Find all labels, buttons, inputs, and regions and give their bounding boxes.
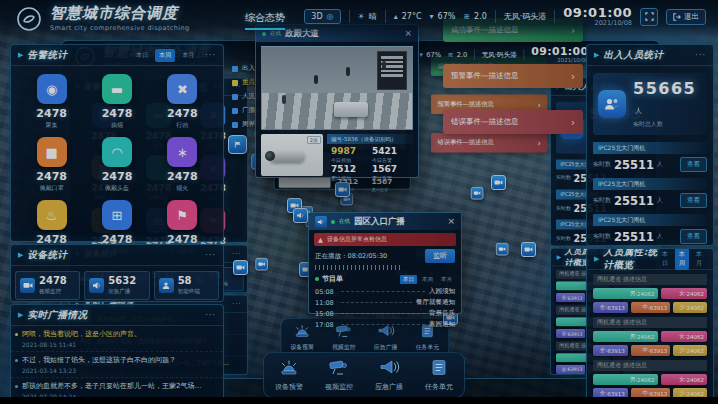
alarm-stat[interactable]: ◉ 2478 聚集: [19, 74, 84, 130]
bar-all[interactable]: 全: 63913: [593, 302, 628, 313]
bar-female[interactable]: 女: 24062: [661, 331, 707, 342]
camera-marker[interactable]: [491, 175, 506, 190]
alarm-stat[interactable]: ▬ 2478 抽烟: [84, 74, 149, 130]
more-menu[interactable]: ···: [205, 251, 216, 260]
tool-device-warning[interactable]: 设备预警: [290, 323, 313, 351]
alarm-stat[interactable]: ✖ 2478 行凶: [150, 74, 215, 130]
bar-young[interactable]: 少: 24062: [673, 345, 707, 356]
device-stat-video[interactable]: 2478视频监控: [15, 271, 80, 300]
view-button[interactable]: 查看: [680, 157, 707, 172]
tool-emergency-broadcast[interactable]: 应急广播: [375, 358, 403, 392]
more-menu[interactable]: ···: [205, 51, 216, 60]
zoom-badge[interactable]: 2倍: [307, 136, 321, 144]
cctv-icon: [327, 358, 351, 377]
broadcast-item[interactable]: 阿喂，我当着说吧，这是小区的声音。2021-08-15 11:41: [11, 326, 223, 352]
view-button[interactable]: 查看: [680, 229, 707, 244]
task-file-icon: [427, 358, 451, 377]
more-menu[interactable]: ···: [205, 311, 216, 320]
more-menu[interactable]: ···: [232, 250, 241, 258]
camera-marker[interactable]: [496, 243, 509, 256]
tool-device-warning[interactable]: 设备预警: [275, 358, 303, 392]
tab-day[interactable]: 本日: [658, 248, 672, 270]
tool-task-unit[interactable]: 任务单元: [425, 358, 453, 392]
camera-marker[interactable]: [233, 260, 248, 275]
bar-all[interactable]: 全: 63913: [556, 293, 585, 302]
people-total-label: 实时总人数: [633, 120, 702, 129]
device-alert: ▲ 设备信息异常点检信息: [314, 233, 456, 246]
legend-swatch: [232, 122, 238, 128]
smoking-icon: ▬: [102, 74, 132, 104]
bar-male[interactable]: 男: 24062: [593, 374, 658, 385]
tab-week[interactable]: 本周: [155, 49, 175, 62]
schedule-item[interactable]: 05:08入园须知: [315, 286, 455, 297]
listen-button[interactable]: 监听: [425, 249, 455, 263]
mode-label: 3D: [311, 12, 322, 21]
fullscreen-button[interactable]: [640, 8, 658, 26]
more-menu[interactable]: ···: [695, 51, 706, 60]
speaker-marker[interactable]: [293, 208, 308, 223]
tab-month[interactable]: 本月: [438, 275, 455, 284]
bar-middle[interactable]: 中: 63913: [631, 302, 671, 313]
broadcast-item[interactable]: 不过，我姑报了馅头，没想这孩子白不白的问题？2021-03-14 13:23: [11, 352, 223, 378]
top-bar: 智慧城市综合调度 Smart city comprehensive dispat…: [0, 0, 718, 38]
bar-middle[interactable]: 中: 63913: [631, 388, 671, 397]
tab-week[interactable]: 本周: [419, 275, 436, 284]
panel-arrow-icon: ▶: [18, 51, 23, 59]
tab-month[interactable]: 本月: [692, 248, 706, 270]
bar-young[interactable]: 少: 24062: [673, 302, 707, 313]
tool-video-monitor[interactable]: 视频监控: [325, 358, 353, 392]
people-icon: [598, 90, 626, 118]
panel-arrow-icon: ▶: [557, 254, 562, 261]
pedestrian: [314, 75, 318, 84]
program-list-title: 节目单: [322, 274, 343, 284]
tab-overview[interactable]: 综合态势: [245, 11, 285, 30]
divider: [495, 10, 496, 23]
bar-female[interactable]: 女: 24062: [661, 374, 707, 385]
device-stat-terminal[interactable]: 58智能终端: [154, 271, 219, 300]
tab-week[interactable]: 本周: [675, 248, 689, 270]
attr-group: 闸机通道·描述信息 男: 24062 女: 24062 全: 63913 中: …: [593, 274, 707, 313]
trespass-icon: ⚑: [167, 200, 197, 230]
camera-video-feed[interactable]: [261, 46, 413, 130]
more-menu[interactable]: ···: [232, 300, 241, 308]
exit-button[interactable]: 退出: [666, 9, 706, 25]
gate-row: IPC25北大门闸机 实时数 25511 人 查看: [587, 214, 713, 246]
toast-warning[interactable]: 预警事件—描述信息›: [443, 64, 583, 88]
camera-marker[interactable]: [471, 187, 484, 200]
camera-marker[interactable]: [521, 242, 536, 257]
camera-stat: 1567累计告警: [372, 165, 409, 181]
bar-young[interactable]: 少: 24062: [673, 388, 707, 397]
tab-month[interactable]: 本月: [178, 49, 198, 62]
alarm-stat[interactable]: ■ 2478 佩戴口罩: [19, 137, 84, 193]
bar-all[interactable]: 全: 63913: [556, 365, 585, 374]
bar-all[interactable]: 全: 63913: [593, 345, 628, 356]
bar-male[interactable]: 男: 24062: [593, 288, 658, 299]
schedule-item[interactable]: 11:08餐厅就餐通知: [315, 297, 455, 308]
camera-marker[interactable]: [255, 258, 268, 271]
schedule-item[interactable]: 17:08离园通知: [315, 319, 455, 330]
close-icon[interactable]: ×: [447, 217, 455, 226]
bar-all[interactable]: 全: 63913: [593, 388, 628, 397]
mode-3d-toggle[interactable]: 3D ◎: [304, 9, 340, 24]
siren-icon: [277, 358, 301, 377]
schedule-item[interactable]: 15:08背景音乐: [315, 308, 455, 319]
toast-error[interactable]: 错误事件—描述信息›: [443, 110, 583, 134]
tab-day[interactable]: 本日: [400, 275, 417, 284]
bar-middle[interactable]: 中: 63913: [631, 345, 671, 356]
bar-male[interactable]: 男: 24062: [593, 331, 658, 342]
flag-marker[interactable]: [228, 135, 247, 154]
device-stat-broadcast[interactable]: 5632应急广播: [84, 271, 149, 300]
site-label: 无风·码头港: [504, 11, 547, 22]
camera-icon: [20, 278, 35, 293]
broadcast-item[interactable]: 那孩的血就差不多，老子只要站在那儿一站，王蒙2气场…2021-07-20 14:…: [11, 378, 223, 397]
bar-female[interactable]: 女: 24062: [661, 288, 707, 299]
chevron-right-icon: ›: [571, 71, 575, 82]
people-stats-panel: ▶ 出入人员统计 ··· 55665 人 实时总人数 IPC25北大门闸机 实时…: [586, 44, 714, 246]
pedestrian: [382, 61, 386, 70]
alarm-stat[interactable]: ∗ 2478 烟火: [150, 137, 215, 193]
alarm-stat[interactable]: ◠ 2478 佩戴头盔: [84, 137, 149, 193]
tab-day[interactable]: 本日: [132, 49, 152, 62]
view-button[interactable]: 查看: [680, 193, 707, 208]
bar-all[interactable]: 全: 63913: [556, 329, 585, 338]
camera-stat: 9987今日抓拍: [331, 147, 368, 163]
